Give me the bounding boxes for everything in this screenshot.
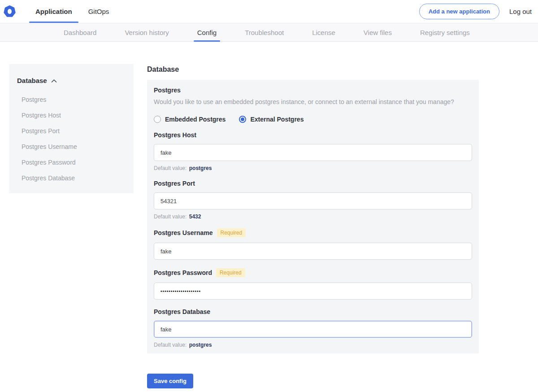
page-title: Database	[147, 65, 479, 74]
sidebar-item-postgres-database[interactable]: Postgres Database	[9, 170, 134, 186]
subnav-license[interactable]: License	[306, 23, 342, 41]
subnav-config[interactable]: Config	[191, 23, 223, 41]
group-name: Postgres	[154, 87, 472, 94]
postgres-host-input[interactable]	[154, 144, 472, 161]
config-main: Database Postgres Would you like to use …	[147, 64, 479, 388]
default-value: postgres	[189, 342, 212, 348]
config-sidebar: Database Postgres Postgres Host Postgres…	[9, 64, 134, 193]
field-postgres-password-label: Postgres Password	[154, 269, 212, 276]
subnav-config-label: Config	[197, 29, 217, 36]
field-postgres-host-label: Postgres Host	[154, 131, 196, 139]
tab-gitops[interactable]: GitOps	[83, 0, 115, 23]
subnav-view-files-label: View files	[364, 29, 392, 36]
subnav-registry-settings[interactable]: Registry settings	[414, 23, 476, 41]
config-content: Database Postgres Postgres Host Postgres…	[0, 42, 538, 388]
app-logo[interactable]	[4, 0, 16, 23]
default-value-prefix: Default value:	[154, 213, 187, 220]
postgres-password-input[interactable]	[154, 283, 472, 300]
field-postgres-port-label: Postgres Port	[154, 180, 195, 187]
field-postgres-host: Postgres Host Default value: postgres	[154, 131, 472, 171]
sidebar-item-postgres-password[interactable]: Postgres Password	[9, 155, 134, 170]
group-help-text: Would you like to use an embedded postgr…	[154, 98, 472, 106]
subnav-dashboard-label: Dashboard	[64, 29, 96, 36]
subnav-license-label: License	[312, 29, 335, 36]
save-config-button[interactable]: Save config	[147, 374, 193, 388]
top-header: Application GitOps Add a new application…	[0, 0, 538, 23]
app-tabs: Application GitOps	[30, 0, 120, 23]
subnav-dashboard[interactable]: Dashboard	[57, 23, 103, 41]
field-postgres-database-label: Postgres Database	[154, 308, 210, 315]
config-group-panel: Postgres Would you like to use an embedd…	[147, 80, 479, 353]
postgres-database-helper: Default value: postgres	[154, 342, 472, 348]
sidebar-group-database[interactable]: Database	[9, 77, 134, 84]
header-right: Add a new application Log out	[419, 0, 532, 23]
subnav-version-history-label: Version history	[125, 29, 169, 36]
tab-application[interactable]: Application	[30, 0, 78, 23]
default-value-prefix: Default value:	[154, 342, 187, 348]
radio-embedded-postgres[interactable]: Embedded Postgres	[154, 116, 226, 123]
logout-link[interactable]: Log out	[509, 8, 532, 15]
default-value: postgres	[189, 165, 212, 171]
subnav-view-files[interactable]: View files	[357, 23, 398, 41]
subnav-registry-settings-label: Registry settings	[420, 29, 470, 36]
required-badge: Required	[217, 228, 246, 237]
field-postgres-port: Postgres Port Default value: 5432	[154, 180, 472, 220]
tab-application-label: Application	[35, 8, 72, 15]
default-value-prefix: Default value:	[154, 165, 187, 171]
sidebar-item-postgres-port[interactable]: Postgres Port	[9, 123, 134, 139]
tab-gitops-label: GitOps	[88, 8, 109, 15]
field-postgres-username: Postgres Username Required	[154, 228, 472, 260]
add-new-application-button[interactable]: Add a new application	[419, 4, 499, 19]
field-postgres-database: Postgres Database Default value: postgre…	[154, 308, 472, 348]
postgres-username-input[interactable]	[154, 243, 472, 260]
default-value: 5432	[189, 213, 201, 220]
radio-external-postgres-circle[interactable]	[239, 116, 246, 123]
field-postgres-password: Postgres Password Required	[154, 268, 472, 300]
required-badge: Required	[216, 268, 245, 277]
postgres-radio-group: Embedded Postgres External Postgres	[154, 116, 472, 123]
app-subnav: Dashboard Version history Config Trouble…	[0, 23, 538, 42]
radio-external-postgres-label: External Postgres	[250, 116, 304, 123]
sidebar-item-postgres[interactable]: Postgres	[9, 92, 134, 108]
sidebar-item-postgres-host[interactable]: Postgres Host	[9, 108, 134, 123]
kots-logo-icon	[4, 5, 16, 17]
radio-external-postgres[interactable]: External Postgres	[239, 116, 304, 123]
radio-embedded-postgres-circle[interactable]	[154, 116, 161, 123]
radio-embedded-postgres-label: Embedded Postgres	[165, 116, 226, 123]
subnav-troubleshoot[interactable]: Troubleshoot	[239, 23, 290, 41]
sidebar-group-database-label: Database	[17, 77, 47, 84]
postgres-database-input[interactable]	[154, 321, 472, 338]
postgres-host-helper: Default value: postgres	[154, 165, 472, 171]
postgres-port-input[interactable]	[154, 192, 472, 209]
sidebar-item-list: Postgres Postgres Host Postgres Port Pos…	[9, 92, 134, 186]
postgres-port-helper: Default value: 5432	[154, 213, 472, 220]
subnav-version-history[interactable]: Version history	[118, 23, 175, 41]
chevron-up-icon	[51, 79, 57, 83]
field-postgres-username-label: Postgres Username	[154, 229, 213, 236]
sidebar-item-postgres-username[interactable]: Postgres Username	[9, 139, 134, 155]
subnav-troubleshoot-label: Troubleshoot	[245, 29, 284, 36]
